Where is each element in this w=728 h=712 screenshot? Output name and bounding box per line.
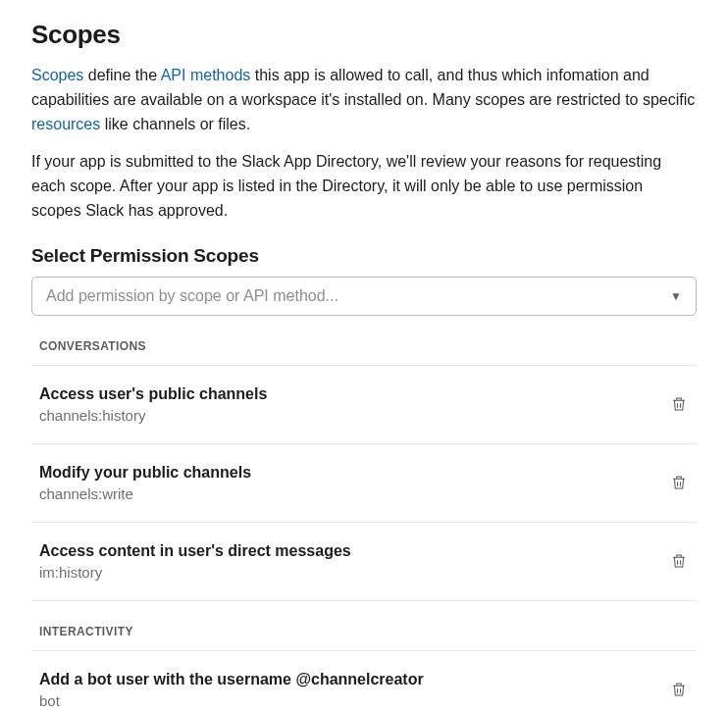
section-label-interactivity: INTERACTIVITY [31, 601, 697, 651]
permission-scope-select[interactable]: Add permission by scope or API method...… [31, 277, 697, 316]
trash-icon [670, 474, 688, 491]
caret-down-icon: ▼ [670, 289, 682, 303]
scope-title: Access user's public channels [39, 385, 267, 403]
permission-scope-placeholder: Add permission by scope or API method... [46, 287, 338, 305]
intro-text-1: define the [83, 67, 160, 83]
trash-icon [670, 681, 688, 698]
section-label-conversations: CONVERSATIONS [31, 316, 697, 366]
trash-icon [670, 395, 688, 413]
scope-row: Access user's public channels channels:h… [31, 366, 697, 444]
scope-sublabel: channels:write [39, 485, 251, 502]
delete-scope-button[interactable] [669, 551, 689, 571]
intro-paragraph-2: If your app is submitted to the Slack Ap… [31, 150, 697, 223]
scope-title: Access content in user's direct messages [39, 542, 351, 560]
scope-title: Modify your public channels [39, 464, 251, 482]
page-title: Scopes [31, 20, 697, 50]
delete-scope-button[interactable] [669, 680, 689, 699]
scope-row: Modify your public channels channels:wri… [31, 444, 697, 523]
delete-scope-button[interactable] [669, 394, 689, 414]
resources-link[interactable]: resources [31, 116, 100, 132]
api-methods-link[interactable]: API methods [161, 67, 251, 83]
scope-row: Add a bot user with the username @channe… [31, 651, 697, 712]
scope-sublabel: bot [39, 692, 424, 709]
select-permission-heading: Select Permission Scopes [31, 245, 697, 267]
scope-sublabel: channels:history [39, 407, 267, 424]
scope-sublabel: im:history [39, 564, 351, 581]
trash-icon [670, 552, 688, 570]
scope-title: Add a bot user with the username @channe… [39, 671, 424, 688]
intro-text-3: like channels or files. [100, 116, 250, 132]
scope-row: Access content in user's direct messages… [31, 523, 697, 601]
scopes-link[interactable]: Scopes [31, 67, 83, 83]
intro-paragraph-1: Scopes define the API methods this app i… [31, 64, 697, 136]
delete-scope-button[interactable] [669, 473, 689, 492]
